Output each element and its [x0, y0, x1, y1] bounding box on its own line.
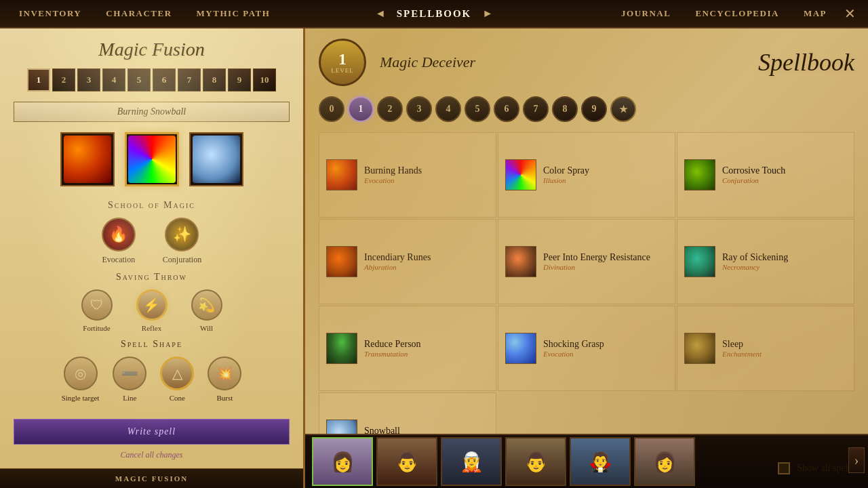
- level-tab-3[interactable]: 3: [77, 68, 100, 92]
- fortitude-icon[interactable]: 🛡: [81, 289, 113, 321]
- spell-level-8[interactable]: 8: [552, 96, 578, 122]
- party-member-2[interactable]: 👨: [376, 437, 437, 486]
- spell-slot-3[interactable]: [189, 132, 243, 186]
- level-tab-7[interactable]: 7: [178, 68, 201, 92]
- main-container: Magic Fusion 1 2 3 4 5 6 7 8 9 10 Burnin…: [0, 28, 868, 488]
- spell-level-star[interactable]: ★: [610, 96, 636, 122]
- shape-single-icon[interactable]: ◎: [64, 357, 98, 390]
- party-member-5[interactable]: 🧛: [570, 437, 631, 486]
- spell-slots: [14, 132, 290, 186]
- spell-shape-icons: ◎ Single target ➖ Line △ Cone 💥 Burst: [14, 357, 290, 402]
- spell-shocking-grasp[interactable]: Shocking Grasp Evocation: [498, 306, 675, 391]
- nav-journal[interactable]: JOURNAL: [609, 0, 683, 27]
- spellbook-prev-arrow[interactable]: ◄: [370, 7, 391, 20]
- spell-level-7[interactable]: 7: [523, 96, 549, 122]
- cancel-link[interactable]: Cancel all changes: [14, 450, 290, 460]
- shape-burst-icon[interactable]: 💥: [208, 357, 241, 390]
- spell-ray-sickening-icon-box: [684, 246, 715, 277]
- spell-corrosive-touch-icon-box: [684, 159, 715, 190]
- spell-corrosive-touch-info: Corrosive Touch Conjuration: [722, 165, 847, 184]
- spell-shape-title: Spell Shape: [14, 339, 290, 350]
- top-navigation: INVENTORY CHARACTER MYTHIC PATH ◄ SPELLB…: [0, 0, 868, 28]
- spell-incendiary-runes-icon: [327, 246, 357, 277]
- nav-encyclopedia[interactable]: ENCYCLOPEDIA: [683, 0, 791, 27]
- spell-level-3[interactable]: 3: [406, 96, 432, 122]
- level-tab-1[interactable]: 1: [27, 68, 50, 92]
- spellbook-title: Spellbook: [489, 48, 854, 77]
- spell-reduce-person-icon-box: [326, 333, 357, 364]
- nav-mythic-path[interactable]: MYTHIC PATH: [184, 0, 283, 27]
- reflex-label: Reflex: [142, 324, 161, 332]
- write-spell-button[interactable]: Write spell: [14, 419, 290, 445]
- will-icon[interactable]: 💫: [191, 289, 222, 321]
- party-portrait-4: 👨: [507, 439, 565, 485]
- character-class-name: Magic Deceiver: [380, 54, 475, 71]
- spell-ray-sickening[interactable]: Ray of Sickening Necromancy: [677, 219, 854, 304]
- party-member-4[interactable]: 👨: [505, 437, 566, 486]
- spell-level-2[interactable]: 2: [377, 96, 403, 122]
- spell-level-4[interactable]: 4: [435, 96, 461, 122]
- level-tab-9[interactable]: 9: [228, 68, 251, 92]
- spell-ray-sickening-info: Ray of Sickening Necromancy: [722, 252, 847, 271]
- spellbook-title-area: Spellbook: [489, 48, 854, 77]
- spell-color-spray[interactable]: Color Spray Illusion: [498, 132, 675, 218]
- magic-fusion-panel: Magic Fusion 1 2 3 4 5 6 7 8 9 10 Burnin…: [0, 28, 305, 488]
- level-tab-10[interactable]: 10: [253, 68, 276, 92]
- shape-cone-label: Cone: [170, 394, 185, 402]
- spell-level-selector: 0 1 2 3 4 5 6 7 8 9 ★: [319, 96, 854, 122]
- party-portrait-5: 🧛: [571, 439, 629, 485]
- will-wrapper: 💫 Will: [191, 289, 222, 332]
- level-tab-8[interactable]: 8: [203, 68, 226, 92]
- spells-grid: Burning Hands Evocation Color Spray Illu…: [319, 132, 854, 478]
- spell-shape-section: Spell Shape ◎ Single target ➖ Line △ Con…: [14, 339, 290, 402]
- party-member-6[interactable]: 👩: [634, 437, 695, 486]
- party-portrait-2: 👨: [378, 439, 436, 485]
- shape-line-icon[interactable]: ➖: [113, 357, 146, 390]
- spell-corrosive-touch-school: Conjuration: [722, 176, 847, 184]
- spell-peer-energy[interactable]: Peer Into Energy Resistance Divination: [498, 219, 675, 304]
- spell-slot-2[interactable]: [125, 132, 179, 186]
- spell-sleep-info: Sleep Enchantment: [722, 339, 847, 358]
- spell-reduce-person[interactable]: Reduce Person Transmutation: [319, 306, 496, 391]
- school-icons: 🔥 Evocation ✨ Conjuration: [14, 218, 290, 265]
- spell-level-5[interactable]: 5: [465, 96, 490, 122]
- spell-ray-sickening-school: Necromancy: [722, 263, 847, 271]
- party-member-1[interactable]: 👩: [312, 437, 373, 486]
- spell-level-9[interactable]: 9: [581, 96, 607, 122]
- nav-inventory[interactable]: INVENTORY: [7, 0, 94, 27]
- reflex-icon[interactable]: ⚡: [136, 289, 167, 321]
- level-tab-2[interactable]: 2: [52, 68, 75, 92]
- nav-character[interactable]: CHARACTER: [94, 0, 184, 27]
- school-evocation-icon[interactable]: 🔥: [102, 218, 136, 251]
- spell-burning-hands-icon: [327, 159, 357, 190]
- magic-fusion-footer: MAGIC FUSION: [0, 468, 303, 488]
- fortitude-label: Fortitude: [83, 324, 110, 332]
- party-next-arrow[interactable]: ›: [848, 447, 865, 473]
- level-tab-5[interactable]: 5: [127, 68, 151, 92]
- spell-level-1[interactable]: 1: [348, 96, 374, 122]
- school-conjuration-icon[interactable]: ✨: [165, 218, 199, 251]
- shape-cone-icon[interactable]: △: [160, 357, 194, 390]
- spell-reduce-person-school: Transmutation: [364, 350, 489, 358]
- spell-burning-hands[interactable]: Burning Hands Evocation: [319, 132, 496, 218]
- close-button[interactable]: ✕: [839, 5, 861, 22]
- level-tab-4[interactable]: 4: [102, 68, 125, 92]
- saving-throw-title: Saving Throw: [14, 272, 290, 283]
- spell-color-spray-icon-box: [505, 159, 536, 190]
- spell-sleep[interactable]: Sleep Enchantment: [677, 306, 854, 391]
- spell-incendiary-runes[interactable]: Incendiary Runes Abjuration: [319, 219, 496, 304]
- level-tab-6[interactable]: 6: [153, 68, 176, 92]
- spell-corrosive-touch[interactable]: Corrosive Touch Conjuration: [677, 132, 854, 218]
- spell-level-6[interactable]: 6: [494, 96, 519, 122]
- character-level-num: 1: [338, 51, 347, 67]
- spell-slot-1[interactable]: [60, 132, 115, 186]
- spell-level-0[interactable]: 0: [319, 96, 344, 122]
- party-member-3[interactable]: 🧝: [441, 437, 502, 486]
- nav-map[interactable]: MAP: [791, 0, 839, 27]
- show-all-spells-toggle[interactable]: Show all spells: [778, 462, 854, 474]
- show-all-checkbox[interactable]: [778, 462, 790, 474]
- spell-corrosive-touch-icon: [685, 159, 715, 190]
- party-portrait-1: 👩: [313, 439, 372, 485]
- spell-peer-energy-info: Peer Into Energy Resistance Divination: [543, 252, 668, 271]
- spellbook-next-arrow[interactable]: ►: [477, 7, 498, 20]
